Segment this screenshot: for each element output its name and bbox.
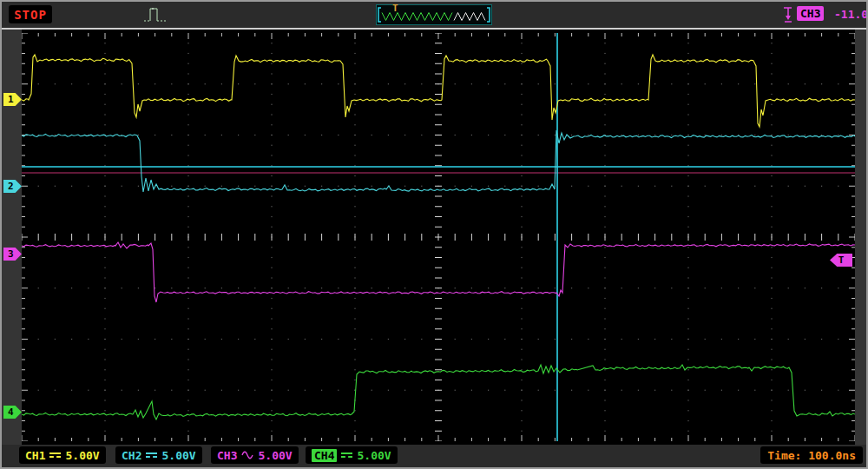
ch2-label: CH2 <box>122 449 141 462</box>
ch1-readout[interactable]: CH1 5.00V <box>19 446 106 464</box>
horizontal-record-preview[interactable]: T <box>376 4 492 25</box>
graticule-screen <box>22 30 855 445</box>
ch4-readout[interactable]: CH4 5.00V <box>306 446 398 464</box>
ch3-scale-value: 5.00V <box>258 449 292 462</box>
ch3-position-marker[interactable]: 3 <box>3 248 22 261</box>
oscilloscope-screen: STOP T CH3 -11.0V 1 2 <box>0 0 868 469</box>
ch3-label: CH3 <box>217 449 237 462</box>
trigger-source-badge[interactable]: CH3 <box>797 6 824 21</box>
waveform-plot <box>22 33 855 441</box>
ch2-marker-label: 2 <box>8 180 14 193</box>
trace-ch4 <box>22 365 855 419</box>
ch4-scale-value: 5.00V <box>357 449 391 462</box>
ch2-scale-value: 5.00V <box>161 449 195 462</box>
dc-coupling-icon <box>49 452 61 458</box>
ch2-readout[interactable]: CH2 5.00V <box>115 446 202 464</box>
timebase-readout[interactable]: Time: 100.0ns <box>760 446 863 464</box>
ac-coupling-icon <box>241 451 253 459</box>
ch3-readout[interactable]: CH3 5.00V <box>211 446 299 464</box>
acquisition-status-badge[interactable]: STOP <box>9 5 52 23</box>
trigger-marker-label: T <box>838 254 845 266</box>
ch2-position-marker[interactable]: 2 <box>3 180 22 193</box>
top-status-bar: STOP T CH3 -11.0V <box>2 2 866 28</box>
dc-coupling-icon <box>341 452 352 458</box>
trace-ch3 <box>22 242 855 302</box>
ch1-marker-label: 1 <box>8 93 14 106</box>
ch1-label: CH1 <box>25 449 45 462</box>
ch4-label: CH4 <box>312 449 337 462</box>
ch4-position-marker[interactable]: 4 <box>3 406 22 419</box>
trigger-level-value: -11.0V <box>834 8 868 21</box>
pulse-trigger-type-icon <box>142 4 170 25</box>
ch3-marker-label: 3 <box>8 248 14 261</box>
ch1-position-marker[interactable]: 1 <box>3 93 22 106</box>
bottom-readout-bar: CH1 5.00V CH2 5.00V CH3 5.00V CH4 5.00V … <box>2 445 866 467</box>
falling-edge-trigger-icon <box>782 5 794 24</box>
ch1-scale-value: 5.00V <box>65 449 99 462</box>
trace-ch2 <box>22 130 855 192</box>
trigger-position-marker: T <box>392 3 398 13</box>
dc-coupling-icon <box>146 452 157 458</box>
waveform-display-area: 1 2 3 4 T <box>2 30 866 445</box>
ch4-marker-label: 4 <box>8 406 14 419</box>
trace-ch1 <box>22 55 855 127</box>
